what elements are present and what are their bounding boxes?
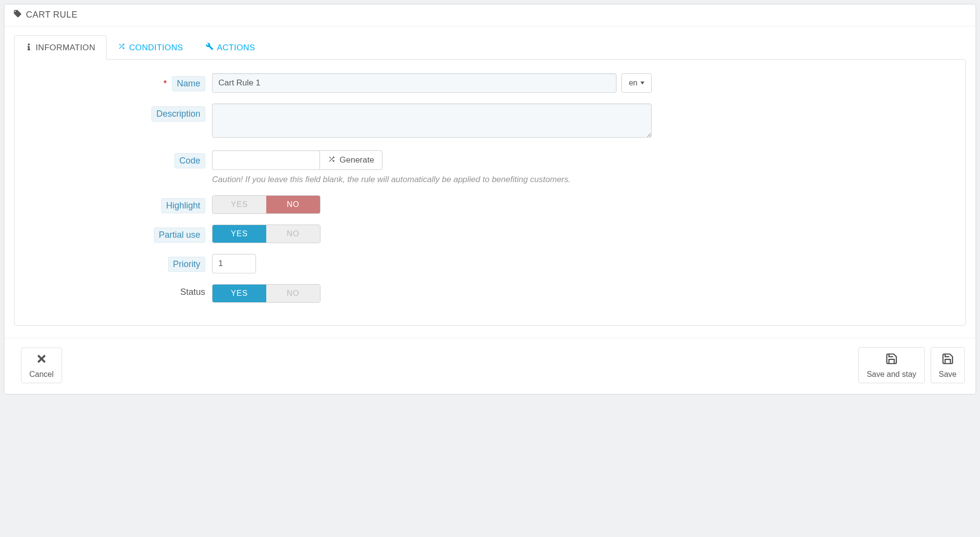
tab-pane-information: * Name en Description	[14, 59, 966, 326]
shuffle-icon	[118, 42, 126, 53]
label-name: Name	[172, 76, 205, 91]
button-label: Save	[939, 370, 957, 379]
label-description: Description	[151, 106, 205, 122]
info-icon	[25, 43, 32, 53]
code-input[interactable]	[212, 150, 320, 170]
row-name: * Name en	[29, 73, 951, 93]
caret-down-icon	[640, 82, 644, 84]
save-icon	[885, 352, 898, 368]
label-highlight: Highlight	[161, 198, 205, 213]
toggle-no[interactable]: NO	[266, 196, 320, 213]
save-button[interactable]: Save	[931, 347, 965, 383]
cart-rule-panel: CART RULE INFORMATION CONDITIONS ACTIONS…	[4, 4, 976, 394]
row-highlight: Highlight YES NO	[29, 195, 951, 214]
toggle-yes[interactable]: YES	[213, 196, 266, 213]
save-icon	[941, 352, 954, 368]
panel-footer: Cancel Save and stay Save	[4, 338, 976, 394]
tag-icon	[13, 9, 22, 20]
button-label: Cancel	[29, 370, 54, 379]
panel-title: CART RULE	[26, 10, 78, 20]
button-label: Save and stay	[867, 370, 916, 379]
tab-label: CONDITIONS	[129, 43, 183, 53]
required-star: *	[164, 79, 167, 88]
close-icon	[36, 353, 47, 368]
row-partial-use: Partial use YES NO	[29, 225, 951, 243]
tab-information[interactable]: INFORMATION	[14, 35, 107, 60]
generate-button[interactable]: Generate	[320, 150, 383, 170]
priority-input[interactable]	[212, 254, 256, 273]
toggle-yes[interactable]: YES	[213, 225, 266, 243]
label-partial-use: Partial use	[154, 227, 205, 243]
shuffle-icon	[328, 155, 336, 165]
name-input[interactable]	[212, 73, 617, 93]
cancel-button[interactable]: Cancel	[21, 348, 62, 383]
description-input[interactable]	[212, 103, 652, 138]
code-help-text: Caution! If you leave this field blank, …	[212, 175, 652, 185]
label-priority: Priority	[168, 257, 205, 272]
generate-label: Generate	[340, 155, 374, 165]
row-description: Description	[29, 103, 951, 140]
language-dropdown[interactable]: en	[621, 73, 652, 93]
row-priority: Priority	[29, 254, 951, 273]
panel-heading: CART RULE	[4, 4, 976, 26]
status-toggle[interactable]: YES NO	[212, 284, 320, 303]
row-status: Status YES NO	[29, 284, 951, 303]
highlight-toggle[interactable]: YES NO	[212, 195, 320, 214]
save-and-stay-button[interactable]: Save and stay	[858, 347, 924, 383]
tabs: INFORMATION CONDITIONS ACTIONS	[14, 35, 966, 60]
label-code: Code	[174, 153, 205, 168]
partial-use-toggle[interactable]: YES NO	[212, 225, 320, 243]
toggle-yes[interactable]: YES	[213, 285, 266, 302]
tab-conditions[interactable]: CONDITIONS	[107, 35, 194, 60]
toggle-no[interactable]: NO	[266, 285, 320, 302]
language-label: en	[629, 79, 638, 87]
tab-label: ACTIONS	[217, 43, 255, 53]
toggle-no[interactable]: NO	[266, 225, 320, 243]
tab-label: INFORMATION	[36, 43, 95, 53]
tab-actions[interactable]: ACTIONS	[194, 35, 266, 60]
label-status: Status	[180, 287, 205, 297]
row-code: Code Generate Caution! If you leave this…	[29, 150, 951, 185]
wrench-icon	[206, 42, 213, 53]
